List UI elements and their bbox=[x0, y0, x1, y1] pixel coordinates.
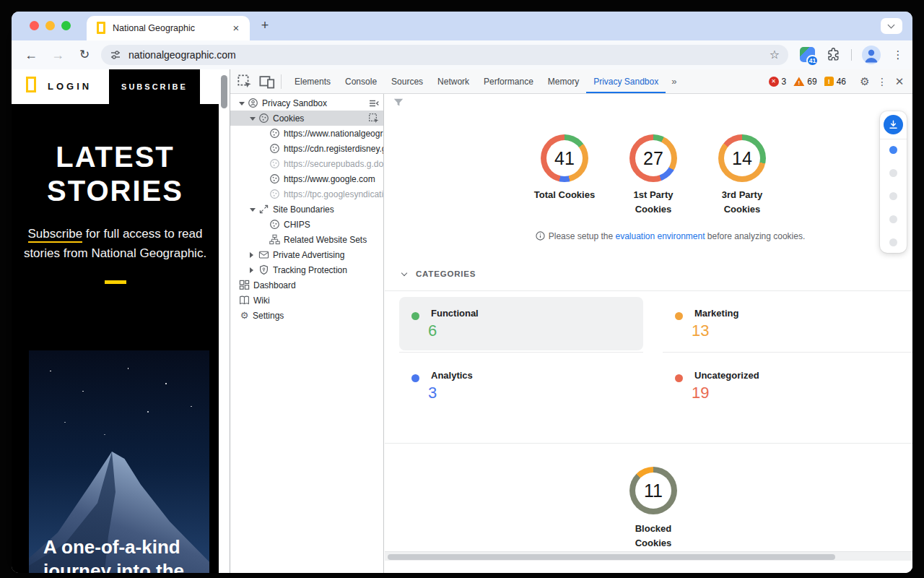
browser-menu-kebab-icon[interactable]: ⋮ bbox=[889, 46, 907, 64]
tree-item-chips[interactable]: CHIPS bbox=[230, 217, 383, 232]
nav-dot[interactable] bbox=[889, 192, 897, 200]
devtools-tab-network[interactable]: Network bbox=[430, 70, 476, 93]
expander-right-icon[interactable] bbox=[250, 252, 258, 258]
blocked-cookies-donut: 11 bbox=[629, 467, 677, 514]
traffic-light-close-button[interactable] bbox=[30, 21, 39, 30]
device-toolbar-icon[interactable] bbox=[259, 74, 275, 90]
nav-dot[interactable] bbox=[889, 215, 897, 223]
devtools-tab-privacy-sandbox[interactable]: Privacy Sandbox bbox=[586, 70, 666, 93]
category-analytics[interactable]: Analytics3 bbox=[399, 359, 643, 413]
chevron-down-icon bbox=[888, 22, 895, 29]
expander-right-icon[interactable] bbox=[250, 267, 258, 273]
traffic-light-minimize-button[interactable] bbox=[45, 21, 55, 30]
login-button[interactable]: LOGIN bbox=[48, 69, 92, 104]
tree-item-https-cdn-registerdisney-go-com[interactable]: https://cdn.registerdisney.go.com bbox=[230, 141, 383, 156]
filter-icon[interactable] bbox=[393, 97, 404, 105]
1st-party-cookies-donut: 27 bbox=[629, 134, 677, 182]
devtools-tab-sources[interactable]: Sources bbox=[384, 70, 430, 93]
forward-button[interactable]: → bbox=[48, 46, 67, 64]
tree-item-label: https://www.nationalgeographic.com bbox=[284, 129, 383, 139]
new-tab-button[interactable]: + bbox=[256, 17, 274, 35]
devtools-hscroll-thumb[interactable] bbox=[388, 554, 835, 560]
evaluation-environment-link[interactable]: evaluation environment bbox=[615, 231, 705, 241]
tree-item-label: Wiki bbox=[253, 296, 383, 306]
tree-item-https-tpc-googlesyndication-com[interactable]: https://tpc.googlesyndication.com bbox=[230, 186, 383, 202]
tree-item-cookies[interactable]: Cookies bbox=[230, 111, 383, 126]
extension-badge: 41 bbox=[806, 55, 819, 66]
donut-value: 41 bbox=[546, 140, 583, 176]
download-report-button[interactable] bbox=[884, 115, 903, 134]
tree-item-private-advertising[interactable]: Private Advertising bbox=[230, 247, 383, 262]
tab-close-icon[interactable]: × bbox=[230, 22, 243, 35]
tree-item-https-www-google-com[interactable]: https://www.google.com bbox=[230, 171, 383, 186]
expander-down-icon[interactable] bbox=[239, 100, 248, 105]
issues-icon: ! bbox=[824, 77, 834, 86]
subscribe-link[interactable]: Subscribe bbox=[28, 227, 83, 243]
tree-item-settings[interactable]: ⚙Settings bbox=[230, 308, 383, 323]
tab-strip-chevron-button[interactable] bbox=[881, 18, 902, 34]
site-boundaries-icon bbox=[258, 204, 270, 215]
page-title-line1: LATEST bbox=[12, 140, 219, 174]
category-functional[interactable]: Functional6 bbox=[399, 297, 643, 350]
tree-item-site-boundaries[interactable]: Site Boundaries bbox=[230, 202, 383, 217]
tree-item-dashboard[interactable]: Dashboard bbox=[230, 277, 383, 293]
inspect-element-icon[interactable] bbox=[237, 74, 253, 90]
natgeo-logo-icon[interactable] bbox=[26, 77, 36, 92]
devtools-tab-elements[interactable]: Elements bbox=[287, 70, 338, 93]
tree-item-privacy-sandbox[interactable]: Privacy Sandbox bbox=[230, 95, 383, 111]
divider bbox=[399, 352, 643, 353]
categories-header[interactable]: CATEGORIES bbox=[402, 268, 476, 280]
expander-down-icon[interactable] bbox=[250, 116, 258, 121]
page-vscroll-thumb[interactable] bbox=[221, 75, 227, 108]
browser-window: National Geographic × + ← → ↻ nationalge… bbox=[12, 12, 912, 573]
devtools-tab-memory[interactable]: Memory bbox=[541, 70, 586, 93]
tree-item-label: CHIPS bbox=[284, 220, 383, 230]
tree-item-https-securepubads-g-doubleclick-net[interactable]: https://securepubads.g.doubleclick.net bbox=[230, 156, 383, 171]
extensions-puzzle-icon[interactable] bbox=[827, 48, 840, 61]
url-text[interactable]: nationalgeographic.com bbox=[128, 45, 236, 65]
devtools-horizontal-scrollbar[interactable] bbox=[385, 551, 912, 561]
inspect-icon[interactable] bbox=[368, 113, 380, 124]
category-marketing[interactable]: Marketing13 bbox=[663, 297, 912, 350]
page-vertical-scrollbar[interactable] bbox=[219, 69, 230, 573]
reload-button[interactable]: ↻ bbox=[75, 46, 94, 64]
nav-dot[interactable] bbox=[889, 146, 897, 154]
cookie-icon bbox=[269, 173, 281, 184]
bookmark-star-icon[interactable]: ☆ bbox=[770, 45, 780, 65]
devtools-close-icon[interactable]: ✕ bbox=[891, 73, 908, 90]
category-count: 6 bbox=[428, 322, 437, 340]
console-badges[interactable]: ✕ 3 ! 69 ! 46 bbox=[769, 77, 850, 87]
devtools-menu-kebab-icon[interactable]: ⋮ bbox=[873, 73, 891, 90]
tree-item-related-website-sets[interactable]: Related Website Sets bbox=[230, 232, 383, 247]
more-tabs-button[interactable]: » bbox=[666, 76, 682, 87]
devtools-settings-gear-icon[interactable]: ⚙ bbox=[856, 73, 873, 90]
nav-dot[interactable] bbox=[889, 169, 897, 177]
tab-strip: National Geographic × + bbox=[12, 12, 912, 40]
category-color-dot bbox=[411, 374, 419, 382]
story-card[interactable]: A one-of-a-kind journey into the Amazon bbox=[29, 350, 209, 573]
expander-down-icon[interactable] bbox=[250, 207, 258, 212]
tree-item-tracking-protection[interactable]: Tracking Protection bbox=[230, 262, 383, 277]
devtools-tab-console[interactable]: Console bbox=[338, 70, 384, 93]
tree-item-label: Related Website Sets bbox=[284, 235, 383, 245]
tab-bar-divider bbox=[281, 74, 282, 89]
divider bbox=[385, 290, 912, 291]
browser-tab[interactable]: National Geographic × bbox=[87, 16, 250, 40]
privacy-sandbox-icon bbox=[248, 98, 259, 108]
address-bar[interactable]: nationalgeographic.com ☆ bbox=[101, 45, 788, 65]
privacy-sandbox-main: Please setup the evaluation environment … bbox=[385, 94, 912, 573]
category-uncategorized[interactable]: Uncategorized19 bbox=[663, 359, 912, 413]
collapse-icon[interactable] bbox=[368, 98, 380, 109]
donut-value: 11 bbox=[635, 473, 671, 509]
error-icon: ✕ bbox=[769, 77, 779, 87]
back-button[interactable]: ← bbox=[22, 46, 40, 64]
nav-dot[interactable] bbox=[889, 238, 897, 246]
subscribe-button[interactable]: SUBSCRIBE bbox=[109, 69, 200, 104]
tree-item-wiki[interactable]: Wiki bbox=[230, 293, 383, 308]
setup-notice: Please setup the evaluation environment … bbox=[428, 231, 912, 243]
tree-item-https-www-nationalgeographic-com[interactable]: https://www.nationalgeographic.com bbox=[230, 126, 383, 141]
devtools-tab-performance[interactable]: Performance bbox=[476, 70, 541, 93]
site-settings-icon[interactable] bbox=[110, 49, 121, 61]
traffic-light-zoom-button[interactable] bbox=[61, 21, 71, 30]
profile-avatar[interactable] bbox=[862, 46, 881, 64]
